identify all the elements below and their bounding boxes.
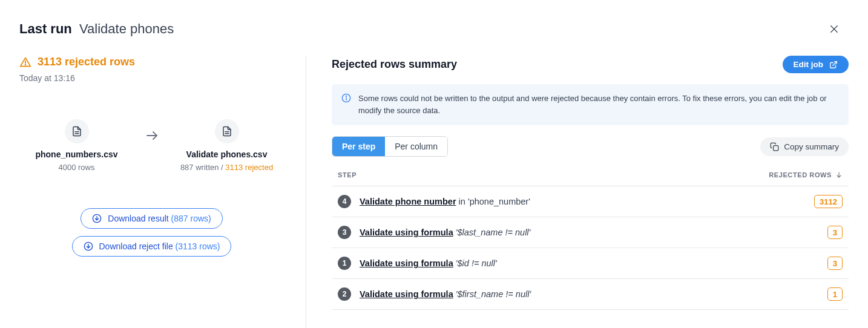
tab-per-step[interactable]: Per step <box>332 137 385 156</box>
title-job-name: Validate phones <box>79 21 174 36</box>
target-rejected-count: 3113 rejected <box>225 163 273 172</box>
source-file-name: phone_numbers.csv <box>35 149 117 159</box>
source-file-node: phone_numbers.csv 4000 rows <box>22 119 131 172</box>
target-file-node: Validate phones.csv 887 written / 3113 r… <box>173 119 281 172</box>
step-number-badge: 2 <box>338 287 351 301</box>
rejected-rows-banner: 3113 rejected rows <box>19 56 284 68</box>
table-header: STEP REJECTED ROWS <box>332 171 849 186</box>
svg-line-13 <box>833 61 837 65</box>
copy-summary-button[interactable]: Copy summary <box>760 137 849 156</box>
step-action-link[interactable]: Validate phone number <box>360 197 456 206</box>
step-rows-list: 4Validate phone number in 'phone_number'… <box>332 186 849 310</box>
step-detail: '$last_name != null' <box>456 228 531 237</box>
edit-job-label: Edit job <box>794 60 824 69</box>
step-description: Validate using formula '$id != null' <box>360 258 497 268</box>
rejected-rows-count: 3113 rejected rows <box>38 56 135 68</box>
step-action-link[interactable]: Validate using formula <box>360 258 453 268</box>
left-panel: 3113 rejected rows Today at 13:16 phone_… <box>19 56 306 328</box>
step-action-link[interactable]: Validate using formula <box>360 289 453 299</box>
step-number-badge: 1 <box>338 257 351 270</box>
col-header-step: STEP <box>338 171 357 179</box>
svg-point-16 <box>346 96 347 97</box>
page-title: Last run Validate phones <box>19 21 174 37</box>
info-callout: Some rows could not be written to the ou… <box>332 84 849 125</box>
step-action-link[interactable]: Validate using formula <box>360 228 453 237</box>
tab-per-column[interactable]: Per column <box>385 137 447 156</box>
step-row[interactable]: 4Validate phone number in 'phone_number'… <box>332 186 849 217</box>
step-row[interactable]: 3Validate using formula '$last_name != n… <box>332 217 849 248</box>
pipeline-diagram: phone_numbers.csv 4000 rows Validate pho… <box>19 119 284 172</box>
copy-icon <box>770 142 779 151</box>
rejected-count-pill: 3 <box>827 257 843 270</box>
step-detail: 'phone_number' <box>468 197 530 206</box>
close-button[interactable] <box>824 19 844 39</box>
download-result-button[interactable]: Download result (887 rows) <box>81 208 222 229</box>
info-text: Some rows could not be written to the ou… <box>358 93 839 117</box>
step-description: Validate phone number in 'phone_number' <box>360 197 530 206</box>
info-icon <box>341 93 351 103</box>
rejected-count-pill: 3 <box>827 226 843 239</box>
target-file-rowcount: 887 written / 3113 rejected <box>180 163 273 172</box>
arrow-right-icon <box>145 128 159 145</box>
source-file-rowcount: 4000 rows <box>59 163 95 172</box>
step-description: Validate using formula '$first_name != n… <box>360 289 531 299</box>
download-reject-count: (3113 rows) <box>176 241 220 251</box>
col-header-rejected-rows[interactable]: REJECTED ROWS <box>769 171 843 179</box>
rejected-count-pill: 1 <box>827 287 843 301</box>
download-reject-label: Download reject file <box>99 241 173 251</box>
download-result-count: (887 rows) <box>171 214 211 223</box>
step-number-badge: 4 <box>338 195 351 208</box>
file-icon <box>65 119 89 143</box>
rejected-count-pill: 3112 <box>814 195 843 208</box>
rejected-rows-summary-title: Rejected rows summary <box>332 58 457 71</box>
svg-point-3 <box>25 64 26 65</box>
close-icon <box>829 24 840 34</box>
copy-summary-label: Copy summary <box>784 142 839 151</box>
step-detail: '$id != null' <box>456 258 497 268</box>
step-number-badge: 3 <box>338 226 351 239</box>
step-row[interactable]: 2Validate using formula '$first_name != … <box>332 279 849 310</box>
edit-job-button[interactable]: Edit job <box>783 56 849 73</box>
header: Last run Validate phones <box>19 19 849 39</box>
svg-rect-17 <box>774 145 778 150</box>
file-icon <box>215 119 239 143</box>
warning-icon <box>19 56 31 68</box>
title-prefix: Last run <box>19 21 72 36</box>
step-row[interactable]: 1Validate using formula '$id != null'3 <box>332 248 849 279</box>
download-buttons: Download result (887 rows) Download reje… <box>19 208 284 257</box>
external-link-icon <box>829 61 838 69</box>
view-segmented-control: Per step Per column <box>332 136 448 157</box>
download-result-label: Download result <box>108 214 168 223</box>
sort-desc-icon <box>835 171 843 179</box>
right-panel: Rejected rows summary Edit job Some rows… <box>306 56 849 328</box>
step-detail: '$first_name != null' <box>456 289 531 299</box>
download-icon <box>84 241 93 251</box>
target-file-name: Validate phones.csv <box>186 149 268 159</box>
run-timestamp: Today at 13:16 <box>19 73 284 83</box>
download-reject-file-button[interactable]: Download reject file (3113 rows) <box>72 236 232 257</box>
step-description: Validate using formula '$last_name != nu… <box>360 228 530 237</box>
download-icon <box>92 214 102 223</box>
